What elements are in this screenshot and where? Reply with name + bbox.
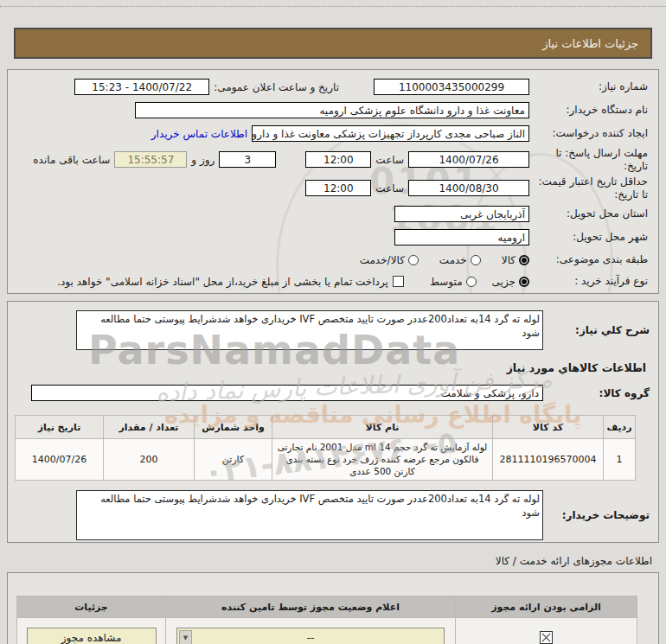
- radio-checked-icon[interactable]: [519, 255, 529, 265]
- col-header-details: جزئیات: [17, 596, 166, 618]
- goods-group-label: گروه کالا:: [548, 387, 650, 399]
- buyer-contact-link[interactable]: اطلاعات تماس خریدار: [151, 128, 247, 140]
- need-info-groupbox: 0101 1001 شماره نیاز: 1100003435000299 ت…: [7, 69, 659, 294]
- page-title-bar: جزئیات اطلاعات نیاز: [14, 28, 652, 59]
- validity-date-field[interactable]: 1400/08/30: [408, 180, 529, 196]
- buyer-org-row: نام دستگاه خریدار: معاونت غذا و دارو دان…: [13, 99, 653, 122]
- licenses-section-title: اطلاعات مجوزهای ارائه خدمت / کالا: [496, 555, 652, 567]
- need-desc-label: شرح کلي نیاز:: [548, 324, 650, 336]
- deadline-date-field[interactable]: 1400/07/26: [408, 151, 529, 168]
- days-and-label: روز و: [191, 154, 215, 166]
- col-header-quantity: تعداد / مقدار: [104, 416, 195, 439]
- col-header-goods-name: نام کالا: [272, 416, 493, 439]
- radio-option-service[interactable]: خدمت: [439, 254, 481, 266]
- top-dotted-divider: [0, 6, 666, 7]
- radio-option-label: کالا/خدمت: [360, 254, 405, 266]
- validity-hour-label: ساعت: [375, 182, 404, 194]
- price-validity-row: حداقل تاریخ اعتبار قیمت: تا تاریخ: 1400/…: [13, 174, 653, 202]
- table-row: -- ▼ مشاهده مجوز: [17, 618, 637, 644]
- cell-unit: کارتن: [195, 439, 272, 481]
- buyer-notes-field[interactable]: لوله ته گرد 14به تعداد200عددر صورت تایید…: [76, 490, 543, 540]
- col-header-row-number: ردیف: [604, 416, 636, 439]
- city-row: شهر محل تحویل: ارومیه: [13, 226, 653, 249]
- radio-unchecked-icon[interactable]: [466, 277, 477, 287]
- radio-checked-icon[interactable]: [519, 277, 529, 287]
- creator-field[interactable]: الناز صباحی مجدی کارپرداز تجهیزات پزشکی …: [252, 125, 529, 142]
- radio-unchecked-icon[interactable]: [471, 255, 481, 265]
- announce-field[interactable]: 1400/07/22 - 15:23: [74, 79, 209, 95]
- radio-option-label: کالا: [502, 254, 516, 266]
- table-row: 1 2811110196570004 لوله آزمایش ته گرد حج…: [16, 439, 636, 481]
- buyer-org-field[interactable]: معاونت غذا و دارو دانشگاه علوم پزشکی ارو…: [135, 102, 529, 118]
- chevron-down-icon[interactable]: ▼: [179, 630, 192, 644]
- deadline-label: مهلت ارسال پاسخ: تا تاریخ:: [534, 147, 648, 173]
- announce-label: تاریخ و ساعت اعلان عمومی:: [214, 81, 339, 93]
- view-license-button[interactable]: مشاهده مجوز: [27, 628, 157, 644]
- buyer-notes-row: توضیحات خریدار: لوله ته گرد 14به تعداد20…: [11, 484, 655, 546]
- goods-info-groupbox: شرح کلي نیاز: لوله ته گرد 14به تعداد200ع…: [7, 301, 659, 543]
- col-header-unit: واحد شمارش: [195, 416, 272, 439]
- deadline-hour-label: ساعت: [375, 154, 404, 166]
- cell-license-required: [456, 618, 637, 644]
- process-type-label: نوع فرآیند خرید :: [534, 275, 648, 288]
- process-type-row: نوع فرآیند خرید : جزیی متوسط پرداخت تمام…: [13, 271, 653, 292]
- licenses-table-header-row: الزامی بودن ارائه مجوز اعلام وضعیت مجوز …: [17, 596, 637, 618]
- countdown-timer: 15:55:57: [114, 151, 187, 168]
- goods-table-header-row: ردیف کد کالا نام کالا واحد شمارش تعداد /…: [16, 416, 636, 439]
- radio-option-medium[interactable]: متوسط: [430, 276, 477, 288]
- cell-details: مشاهده مجوز: [17, 618, 166, 644]
- radio-unchecked-icon[interactable]: [408, 255, 419, 265]
- classification-label: طبقه بندی موضوعی:: [534, 253, 648, 266]
- buyer-org-label: نام دستگاه خریدار:: [534, 104, 648, 117]
- classification-row: طبقه بندی موضوعی: کالا خدمت کالا/خدمت: [13, 249, 653, 271]
- radio-option-label: جزیی: [492, 276, 516, 288]
- license-status-select[interactable]: -- ▼: [176, 628, 445, 644]
- radio-option-goods[interactable]: کالا: [502, 254, 529, 266]
- creator-row: ایجاد کننده درخواست: الناز صباحی مجدی کا…: [13, 122, 653, 145]
- col-header-goods-code: کد کالا: [493, 416, 604, 439]
- validity-label: حداقل تاریخ اعتبار قیمت: تا تاریخ:: [534, 175, 648, 201]
- buyer-notes-label: توضیحات خریدار:: [548, 509, 650, 521]
- licenses-groupbox: الزامی بودن ارائه مجوز اعلام وضعیت مجوز …: [7, 572, 659, 644]
- province-field[interactable]: آذربایجان غربی: [394, 206, 529, 222]
- goods-group-field[interactable]: دارو، پزشکی و سلامت: [31, 385, 543, 401]
- goods-table: ردیف کد کالا نام کالا واحد شمارش تعداد /…: [15, 415, 636, 481]
- treasury-checkbox[interactable]: [393, 276, 404, 287]
- creator-label: ایجاد کننده درخواست:: [534, 127, 648, 140]
- city-label: شهر محل تحویل:: [534, 231, 648, 244]
- treasury-note-label: پرداخت تمام یا بخشی از مبلغ خرید،از محل …: [57, 276, 388, 288]
- cell-need-date: 1400/07/26: [16, 439, 104, 481]
- radio-option-partial[interactable]: جزیی: [492, 276, 529, 288]
- radio-option-label: خدمت: [439, 254, 467, 266]
- col-header-need-date: تاریخ نیاز: [16, 416, 104, 439]
- goods-section-title: اطلاعات کالاهاي مورد نیاز: [11, 361, 646, 374]
- radio-option-goods-service[interactable]: کالا/خدمت: [360, 254, 419, 266]
- cell-license-status: -- ▼: [166, 618, 456, 644]
- validity-time-field[interactable]: 12:00: [305, 180, 371, 196]
- need-number-row: شماره نیاز: 1100003435000299 تاریخ و ساع…: [13, 75, 653, 99]
- goods-group-row: گروه کالا: دارو، پزشکی و سلامت: [11, 381, 655, 405]
- need-number-field[interactable]: 1100003435000299: [374, 79, 529, 95]
- need-number-label: شماره نیاز:: [534, 80, 648, 93]
- cell-quantity: 200: [104, 439, 195, 481]
- select-value: --: [307, 632, 315, 644]
- province-label: استان محل تحویل:: [534, 207, 648, 220]
- need-desc-field[interactable]: لوله ته گرد 14به تعداد200عددر صورت تایید…: [76, 310, 543, 350]
- remaining-days-field[interactable]: 3: [219, 151, 276, 168]
- deadline-row: مهلت ارسال پاسخ: تا تاریخ: 1400/07/26 سا…: [13, 145, 653, 174]
- col-header-license-status: اعلام وضعیت مجوز توسط تامین کننده: [166, 596, 456, 618]
- city-field[interactable]: ارومیه: [394, 229, 529, 245]
- cell-goods-code: 2811110196570004: [493, 439, 604, 481]
- province-row: استان محل تحویل: آذربایجان غربی: [13, 202, 653, 226]
- checked-checkbox-icon[interactable]: [540, 631, 553, 644]
- page-title: جزئیات اطلاعات نیاز: [542, 37, 638, 50]
- licenses-table: الزامی بودن ارائه مجوز اعلام وضعیت مجوز …: [16, 596, 637, 644]
- cell-row-number: 1: [604, 439, 636, 481]
- deadline-time-field[interactable]: 12:00: [305, 151, 371, 168]
- hours-remaining-label: ساعت باقی مانده: [33, 154, 110, 166]
- need-details-page: { "title_bar": { "text": "جزئیات اطلاعات…: [0, 0, 666, 644]
- radio-option-label: متوسط: [430, 276, 463, 288]
- need-desc-row: شرح کلي نیاز: لوله ته گرد 14به تعداد200ع…: [11, 309, 655, 352]
- col-header-license-required: الزامی بودن ارائه مجوز: [456, 596, 637, 618]
- cell-goods-name: لوله آزمایش ته گرد حجم 14 ml مدل 2001 نا…: [272, 439, 493, 481]
